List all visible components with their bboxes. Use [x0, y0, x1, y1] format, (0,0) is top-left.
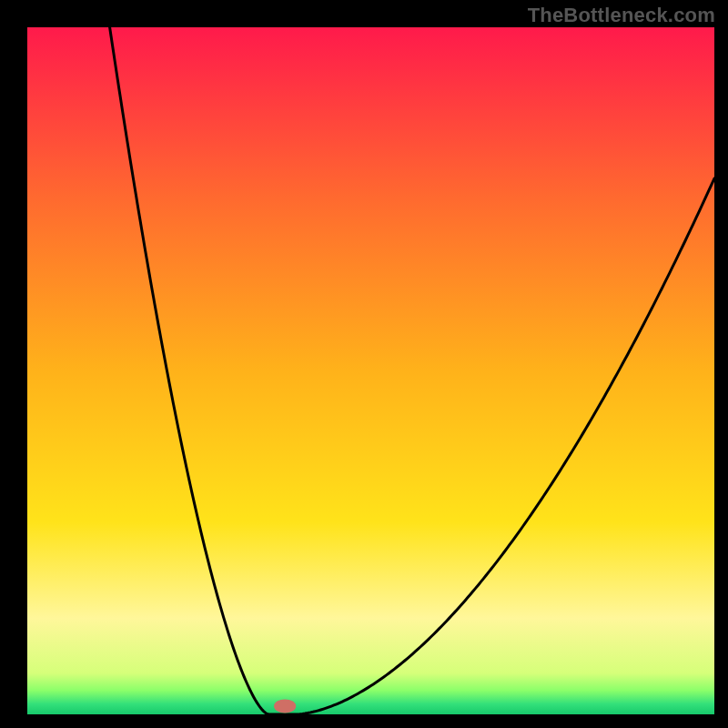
plot-background	[27, 27, 714, 714]
chart-frame: TheBottleneck.com	[0, 0, 728, 728]
watermark-text: TheBottleneck.com	[528, 4, 715, 27]
optimum-marker	[274, 699, 296, 713]
bottleneck-curve-chart	[0, 0, 728, 728]
